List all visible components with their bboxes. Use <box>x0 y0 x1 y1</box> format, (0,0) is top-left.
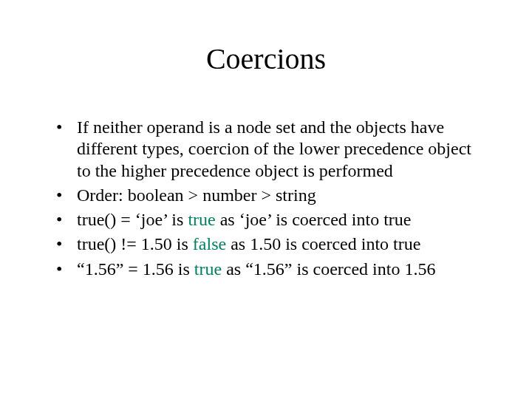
bullet-item: Order: boolean > number > string <box>52 185 488 206</box>
slide-body: If neither operand is a node set and the… <box>52 117 488 283</box>
bullet-item: If neither operand is a node set and the… <box>52 117 488 182</box>
bullet-item: true() != 1.50 is false as 1.50 is coerc… <box>52 233 488 255</box>
bullet-item: true() = ‘joe’ is true as ‘joe’ is coerc… <box>52 209 488 231</box>
bullet-list: If neither operand is a node set and the… <box>52 117 488 280</box>
bullet-item: “1.56” = 1.56 is true as “1.56” is coerc… <box>52 259 488 280</box>
bullet-pre: true() != 1.50 is <box>77 234 193 253</box>
truth-value: true <box>194 259 222 279</box>
bullet-pre: “1.56” = 1.56 is <box>77 259 194 279</box>
slide-title: Coercions <box>0 41 532 76</box>
bullet-text: If neither operand is a node set and the… <box>77 117 471 180</box>
slide: Coercions If neither operand is a node s… <box>0 0 532 399</box>
bullet-post: as “1.56” is coerced into 1.56 <box>222 259 435 279</box>
truth-value: true <box>188 210 215 229</box>
truth-value: false <box>193 234 226 253</box>
bullet-pre: true() = ‘joe’ is <box>77 210 188 229</box>
bullet-post: as 1.50 is coerced into true <box>226 234 420 253</box>
bullet-post: as ‘joe’ is coerced into true <box>216 210 412 229</box>
bullet-text: Order: boolean > number > string <box>77 185 316 205</box>
